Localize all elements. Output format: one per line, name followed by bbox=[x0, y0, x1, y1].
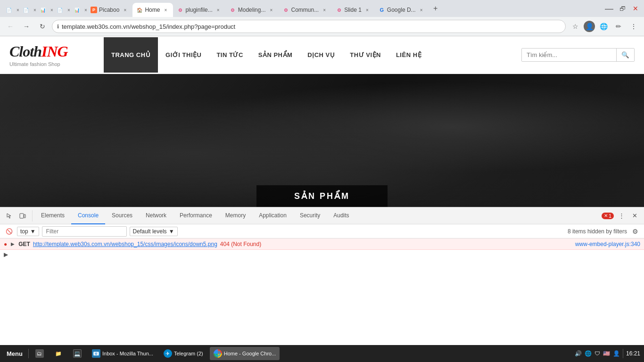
user-account-icon[interactable]: 👤 bbox=[584, 21, 595, 32]
error-status: 404 (Not Found) bbox=[220, 241, 261, 247]
restore-button[interactable]: 🗗 bbox=[616, 2, 629, 15]
forward-button[interactable]: → bbox=[20, 20, 33, 33]
bookmark-button[interactable]: ☆ bbox=[569, 20, 582, 33]
taskbar-app-thunderbird[interactable]: 📧 Inbox - Mozilla Thun... bbox=[88, 347, 157, 360]
taskbar-chrome-label: Home - Google Chro... bbox=[224, 351, 276, 356]
device-toolbar-button[interactable] bbox=[17, 210, 28, 222]
error-url[interactable]: http://template.web30s.com.vn/webshop_15… bbox=[33, 241, 217, 247]
context-dropdown-icon: ▼ bbox=[30, 228, 36, 235]
error-expand-button[interactable]: ▶ bbox=[10, 241, 16, 247]
nav-dich-vu[interactable]: DỊCH VỤ bbox=[300, 37, 342, 73]
log-levels-selector[interactable]: Default levels ▼ bbox=[130, 227, 178, 236]
tab-1[interactable]: 📄 × bbox=[2, 3, 19, 17]
close-button[interactable]: ✕ bbox=[629, 2, 642, 15]
new-tab-button[interactable]: + bbox=[429, 2, 442, 15]
tab-3[interactable]: 📊 × bbox=[36, 3, 53, 17]
tab-5[interactable]: 📊 × bbox=[70, 3, 87, 17]
translate-icon[interactable]: 🌐 bbox=[597, 20, 610, 33]
taskbar-system-icon-network[interactable]: 🌐 bbox=[585, 350, 592, 357]
taskbar-telegram-label: Telegram (2) bbox=[174, 351, 203, 356]
console-settings-button[interactable]: ⚙ bbox=[630, 226, 640, 237]
tab-commun-close[interactable]: × bbox=[321, 6, 328, 14]
error-source-link[interactable]: www-embed-player.js:340 bbox=[575, 241, 640, 247]
nav-gioi-thieu[interactable]: GIỚI THIỆU bbox=[158, 37, 209, 73]
search-button[interactable]: 🔍 bbox=[616, 49, 634, 61]
taskbar-app-folder[interactable]: 📁 bbox=[50, 347, 66, 360]
devtools-tab-elements[interactable]: Elements bbox=[34, 207, 71, 224]
tab-slide1[interactable]: ⚙ Slide 1 × bbox=[332, 3, 375, 17]
devtools-tab-security[interactable]: Security bbox=[293, 207, 327, 224]
taskbar-menu-button[interactable]: Menu bbox=[4, 350, 25, 357]
console-filter-bar: 🚫 top ▼ Default levels ▼ 8 items hidden … bbox=[0, 224, 644, 239]
tab-home-close[interactable]: × bbox=[162, 6, 169, 14]
tab-pluginfile-close[interactable]: × bbox=[215, 6, 222, 14]
taskbar-app-files[interactable]: 🗂 bbox=[32, 347, 48, 360]
tab-commun[interactable]: ⚙ Commun... × bbox=[279, 3, 332, 17]
more-menu-button[interactable]: ⋮ bbox=[627, 20, 640, 33]
devtools-tab-console[interactable]: Console bbox=[71, 207, 105, 224]
logo-text: ClothING bbox=[9, 43, 104, 60]
devtools-tab-audits[interactable]: Audits bbox=[327, 207, 355, 224]
devtools-tab-security-label: Security bbox=[300, 212, 320, 219]
taskbar-system-icon-sound[interactable]: 🔊 bbox=[575, 350, 582, 357]
taskbar-system-icon-user[interactable]: 👤 bbox=[613, 350, 620, 357]
devtools-tab-network-label: Network bbox=[146, 212, 166, 219]
taskbar-terminal-icon: 💻 bbox=[73, 349, 82, 358]
browser-controls: ← → ↻ ℹ template.web30s.com.vn/webshop_1… bbox=[0, 17, 644, 36]
devtools-close-button[interactable]: ✕ bbox=[629, 210, 640, 222]
nav-thu-vien[interactable]: THƯ VIỆN bbox=[342, 37, 388, 73]
tab-modeling[interactable]: ⚙ Modeling... × bbox=[226, 3, 279, 17]
back-button[interactable]: ← bbox=[4, 20, 17, 33]
tab-pluginfile[interactable]: ⚙ pluginfile... × bbox=[173, 3, 225, 17]
tab-home[interactable]: 🏠 Home × bbox=[132, 3, 173, 17]
devtools-tab-memory[interactable]: Memory bbox=[219, 207, 252, 224]
website-frame: ClothING Ultimate fashion Shop TRANG CHỦ… bbox=[0, 36, 644, 207]
devtools-more-button[interactable]: ⋮ bbox=[616, 210, 627, 222]
reload-button[interactable]: ↻ bbox=[36, 20, 49, 33]
expand-arrow-icon[interactable]: ▶ bbox=[4, 251, 8, 258]
taskbar-system-icon-shield[interactable]: 🛡 bbox=[594, 350, 600, 357]
site-banner: SẢN PHẨM bbox=[0, 74, 644, 207]
taskbar-app-chrome[interactable]: 🌐 Home - Google Chro... bbox=[210, 347, 280, 360]
tab-modeling-close[interactable]: × bbox=[267, 6, 275, 14]
tab-5-favicon: 📊 bbox=[74, 7, 80, 13]
nav-trang-chu[interactable]: TRANG CHỦ bbox=[104, 37, 158, 73]
tab-googled-close[interactable]: × bbox=[418, 6, 425, 14]
tab-googled[interactable]: G Google D... × bbox=[375, 3, 429, 17]
taskbar-app-terminal[interactable]: 💻 bbox=[69, 347, 85, 360]
tab-slide1-close[interactable]: × bbox=[363, 6, 371, 14]
tab-picaboo-close[interactable]: × bbox=[121, 6, 129, 14]
devtools-tab-application[interactable]: Application bbox=[252, 207, 293, 224]
devtools-tab-sources[interactable]: Sources bbox=[105, 207, 139, 224]
element-inspector-button[interactable] bbox=[4, 210, 15, 222]
tab-4[interactable]: 📄 × bbox=[53, 3, 70, 17]
nav-lien-he[interactable]: LIÊN HỆ bbox=[388, 37, 429, 73]
tab-2[interactable]: 📄 × bbox=[19, 3, 36, 17]
tab-googled-title: Google D... bbox=[387, 7, 416, 13]
console-expand-row: ▶ bbox=[0, 250, 644, 259]
log-levels-label: Default levels bbox=[133, 228, 167, 235]
devtools-tab-network[interactable]: Network bbox=[139, 207, 173, 224]
nav-san-pham[interactable]: SẢN PHẨM bbox=[251, 37, 300, 73]
devtools-tab-elements-label: Elements bbox=[41, 212, 65, 219]
taskbar-app-telegram[interactable]: ✈ Telegram (2) bbox=[160, 347, 207, 360]
tab-picaboo[interactable]: P Picaboo × bbox=[87, 3, 132, 17]
site-nav: TRANG CHỦ GIỚI THIỆU TIN TỨC SẢN PHẨM DỊ… bbox=[104, 37, 521, 73]
toolbar-icons: ☆ 👤 🌐 ✏ ⋮ bbox=[569, 20, 640, 33]
tab-1-favicon: 📄 bbox=[6, 7, 12, 13]
tab-modeling-title: Modeling... bbox=[238, 7, 266, 13]
context-selector[interactable]: top ▼ bbox=[17, 227, 39, 236]
error-circle-icon: ● bbox=[4, 241, 7, 247]
devtools-tab-performance[interactable]: Performance bbox=[173, 207, 219, 224]
edit-icon[interactable]: ✏ bbox=[612, 20, 625, 33]
console-filter-input[interactable] bbox=[42, 226, 127, 237]
search-input[interactable] bbox=[522, 49, 616, 61]
minimize-button[interactable]: — bbox=[603, 2, 616, 15]
tab-modeling-favicon: ⚙ bbox=[230, 7, 236, 13]
taskbar-system-icon-flag[interactable]: 🇺🇸 bbox=[603, 350, 610, 357]
clear-console-button[interactable]: 🚫 bbox=[4, 226, 14, 237]
nav-tin-tuc[interactable]: TIN TỨC bbox=[209, 37, 250, 73]
context-value: top bbox=[20, 228, 28, 235]
tab-picaboo-title: Picaboo bbox=[99, 7, 119, 13]
address-bar[interactable]: ℹ template.web30s.com.vn/webshop_15/inde… bbox=[52, 20, 566, 33]
